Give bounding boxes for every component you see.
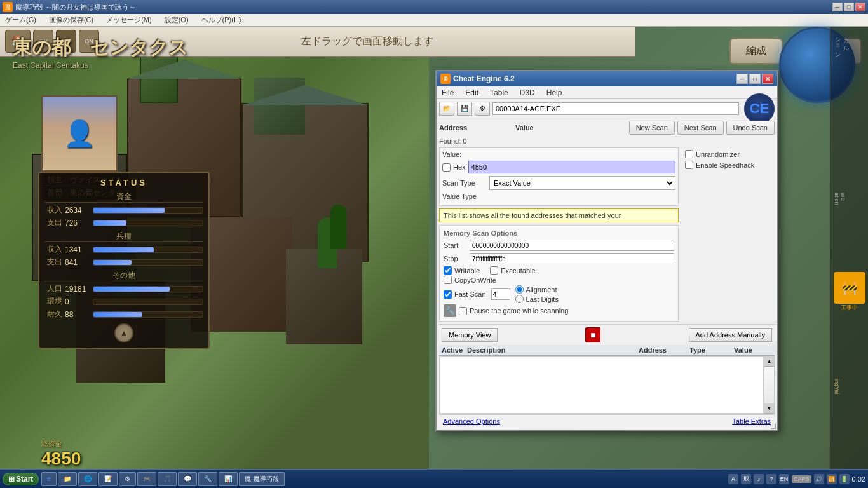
start-button[interactable]: ⊞ Start bbox=[3, 473, 39, 485]
scroll-down-arrow[interactable]: ▼ bbox=[764, 403, 774, 414]
tray-icon-network2[interactable]: 📶 bbox=[827, 474, 837, 484]
ce-fast-scan-input[interactable] bbox=[491, 288, 510, 300]
ce-executable-checkbox[interactable] bbox=[490, 266, 498, 274]
ce-add-address-button[interactable]: Add Address Manually bbox=[689, 328, 772, 342]
income-funds-bar bbox=[93, 208, 165, 213]
ce-maximize-button[interactable]: □ bbox=[749, 74, 761, 84]
tray-icon-battery[interactable]: 🔋 bbox=[839, 474, 850, 484]
taskbar-item-8[interactable]: 💬 bbox=[178, 472, 197, 486]
ce-menu-help[interactable]: Help bbox=[544, 88, 565, 97]
ce-pause-checkbox[interactable] bbox=[459, 307, 467, 315]
ce-found-bar: Address Value New Scan Next Scan Undo Sc… bbox=[439, 121, 775, 135]
ce-value-input[interactable] bbox=[468, 161, 675, 173]
ce-minimize-button[interactable]: ─ bbox=[736, 74, 748, 84]
ce-stop-input[interactable] bbox=[470, 253, 674, 264]
undo-scan-button[interactable]: Undo Scan bbox=[726, 121, 775, 135]
taskbar-item-7[interactable]: 🎵 bbox=[158, 472, 177, 486]
ce-memory-view-button[interactable]: Memory View bbox=[442, 328, 498, 342]
ce-list-scrollbar: ▲ ▼ bbox=[764, 356, 774, 414]
new-scan-button[interactable]: New Scan bbox=[629, 121, 675, 135]
taskbar-item-4[interactable]: 📝 bbox=[98, 472, 118, 486]
durability-value: 88 bbox=[65, 310, 90, 319]
tray-icon-2[interactable]: 般 bbox=[741, 474, 751, 484]
maximize-button[interactable]: □ bbox=[844, 3, 854, 11]
menu-help[interactable]: ヘルプ(P)(H) bbox=[199, 15, 244, 25]
ce-settings-btn[interactable]: ⚙ bbox=[475, 102, 490, 116]
ce-col-active: Active bbox=[442, 346, 467, 354]
tray-icon-1[interactable]: A bbox=[728, 474, 738, 484]
menu-image[interactable]: 画像の保存(C) bbox=[46, 15, 96, 25]
ce-found-count-area: Found: 0 bbox=[439, 137, 775, 145]
ce-address-list[interactable] bbox=[440, 356, 764, 414]
hensei-button[interactable]: 編成 bbox=[729, 38, 783, 64]
ce-save-btn[interactable]: 💾 bbox=[457, 102, 472, 116]
scroll-track bbox=[764, 367, 774, 403]
tray-icon-lang[interactable]: EN bbox=[779, 474, 789, 484]
ce-hex-checkbox[interactable] bbox=[442, 163, 451, 172]
ce-menu-d3d[interactable]: D3D bbox=[517, 88, 538, 97]
ce-value-input-section: Value: Hex Scan Type Exact Value Bigger … bbox=[439, 147, 679, 206]
environment-bar-bg bbox=[93, 299, 203, 305]
ce-menu-edit[interactable]: Edit bbox=[463, 88, 481, 97]
taskbar-game-window[interactable]: 魔 魔導巧殻 bbox=[239, 472, 285, 486]
ce-last-digits-radio[interactable] bbox=[515, 295, 524, 303]
ce-main-area: Address Value New Scan Next Scan Undo Sc… bbox=[437, 118, 777, 430]
ce-scan-type-select[interactable]: Exact Value Bigger than... Smaller than.… bbox=[489, 176, 675, 190]
taskbar-ie[interactable]: e bbox=[41, 472, 57, 486]
game-window-label: 魔導巧殻 bbox=[254, 475, 279, 484]
minimize-button[interactable]: ─ bbox=[832, 3, 843, 11]
close-button[interactable]: ✕ bbox=[855, 3, 865, 11]
city-title-jp: 東の都 センタクス bbox=[13, 35, 188, 61]
resize-handle[interactable] bbox=[771, 424, 776, 429]
taskbar-item-9[interactable]: 🔧 bbox=[198, 472, 217, 486]
taskbar-item-5[interactable]: ⚙ bbox=[119, 472, 136, 486]
ce-speedhack-checkbox[interactable] bbox=[685, 161, 693, 169]
item7-icon: 🎵 bbox=[163, 475, 171, 482]
ce-magnet-icon[interactable]: 🔧 bbox=[444, 304, 456, 317]
income-troops-row: 収入 1341 bbox=[44, 244, 203, 255]
tray-icon-speaker[interactable]: ♪ bbox=[754, 474, 764, 484]
ce-unrandomizer-checkbox[interactable] bbox=[685, 150, 693, 158]
expense-funds-bar-bg bbox=[93, 220, 203, 226]
ce-col-address: Address bbox=[439, 124, 515, 132]
ce-menu-table[interactable]: Table bbox=[487, 88, 511, 97]
menu-message[interactable]: メッセージ(M) bbox=[104, 15, 154, 25]
ce-menu-file[interactable]: File bbox=[439, 88, 456, 97]
ce-advanced-options[interactable]: Advanced Options bbox=[443, 417, 732, 425]
next-scan-button[interactable]: Next Scan bbox=[677, 121, 724, 135]
scroll-up-arrow[interactable]: ▲ bbox=[764, 356, 774, 367]
ce-address-header: Active Description Address Type Value bbox=[439, 345, 775, 356]
taskbar-item-3[interactable]: 🌐 bbox=[78, 472, 97, 486]
game-window-icon: 魔 bbox=[245, 475, 251, 484]
ce-alignment-radio[interactable] bbox=[515, 285, 524, 294]
coin-value: 4850 bbox=[41, 449, 81, 469]
city-banner: 東の都 センタクス East Capital Centakus bbox=[13, 35, 188, 70]
population-bar bbox=[93, 287, 170, 292]
ce-stop-button[interactable]: ■ bbox=[585, 327, 600, 342]
ce-close-button[interactable]: ✕ bbox=[762, 74, 773, 84]
expense-funds-row: 支出 726 bbox=[44, 217, 203, 228]
ce-align-group: Alignment Last Digits bbox=[515, 285, 559, 303]
right-panel-text3: ingYai bbox=[831, 376, 843, 397]
ce-value-label: Value: bbox=[442, 151, 487, 158]
ce-copyonwrite-checkbox[interactable] bbox=[444, 276, 452, 284]
ce-open-btn[interactable]: 📂 bbox=[439, 102, 454, 116]
tray-icon-network[interactable]: ? bbox=[766, 474, 776, 484]
scroll-button[interactable]: ▲ bbox=[114, 323, 133, 342]
taskbar-item-10[interactable]: 📊 bbox=[219, 472, 238, 486]
ce-title: Cheat Engine 6.2 bbox=[453, 74, 734, 83]
population-label: 人口 bbox=[44, 283, 62, 294]
right-panel-text: ーカルション bbox=[831, 27, 853, 62]
durability-bar-bg bbox=[93, 311, 203, 318]
ce-table-extras[interactable]: Table Extras bbox=[732, 417, 771, 425]
menu-settings[interactable]: 設定(O) bbox=[162, 15, 191, 25]
menu-game[interactable]: ゲーム(G) bbox=[3, 15, 39, 25]
taskbar-explorer[interactable]: 📁 bbox=[58, 472, 77, 486]
ce-writable-checkbox[interactable] bbox=[444, 266, 452, 274]
ce-fast-scan-checkbox[interactable] bbox=[444, 290, 452, 299]
tray-icon-sound[interactable]: 🔊 bbox=[814, 474, 824, 484]
ce-writable-cb: Writable bbox=[444, 266, 480, 274]
ce-col-val: Value bbox=[734, 346, 772, 354]
ce-start-input[interactable] bbox=[470, 240, 674, 251]
taskbar-item-6[interactable]: 🎮 bbox=[137, 472, 156, 486]
